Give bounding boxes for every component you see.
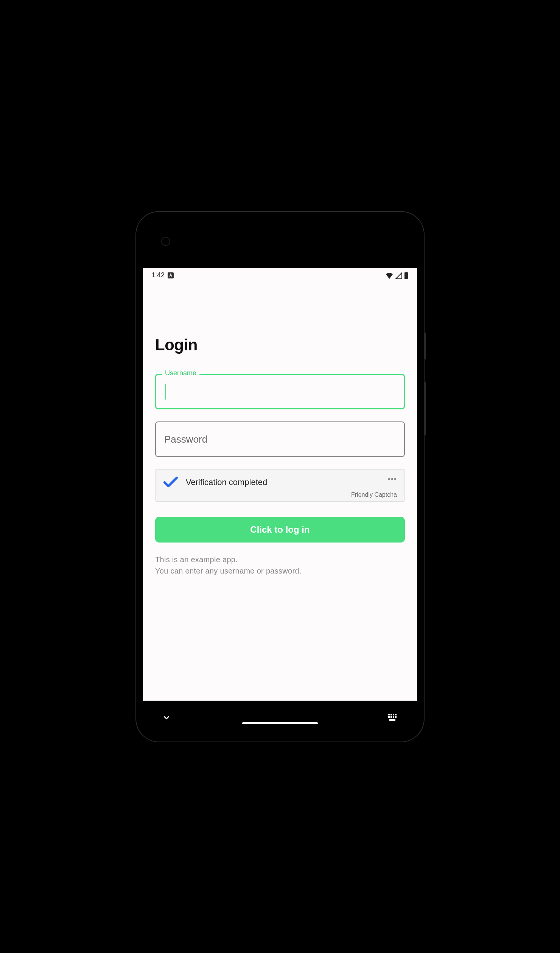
phone-frame: 1:42 A — [136, 212, 424, 742]
password-field-group: Password — [155, 421, 405, 457]
svg-rect-1 — [404, 272, 408, 279]
svg-rect-3 — [390, 714, 392, 715]
captcha-menu-icon[interactable]: ••• — [388, 475, 397, 483]
login-button[interactable]: Click to log in — [155, 517, 405, 543]
app-screen: 1:42 A — [143, 268, 417, 701]
hint-line-1: This is an example app. — [155, 554, 405, 565]
status-bar-left: 1:42 A — [151, 271, 174, 279]
svg-rect-5 — [395, 714, 397, 715]
status-bar-right — [385, 272, 409, 279]
svg-rect-2 — [388, 714, 390, 715]
page-title: Login — [155, 336, 405, 354]
nav-back-icon[interactable] — [162, 713, 171, 722]
phone-side-button — [424, 333, 426, 359]
svg-rect-9 — [395, 716, 397, 718]
wifi-icon — [385, 272, 394, 279]
hint-line-2: You can enter any username or password. — [155, 565, 405, 577]
svg-rect-4 — [393, 714, 394, 715]
navigation-bar — [143, 701, 417, 735]
username-input[interactable] — [155, 374, 405, 409]
svg-rect-0 — [406, 272, 407, 272]
status-time: 1:42 — [151, 271, 165, 279]
hint-text: This is an example app. You can enter an… — [155, 554, 405, 577]
svg-rect-10 — [389, 719, 395, 721]
svg-rect-8 — [393, 716, 394, 718]
keyboard-icon[interactable] — [388, 714, 398, 721]
captcha-status-row: Verification completed — [163, 476, 397, 488]
captcha-brand: Friendly Captcha — [163, 491, 397, 498]
password-input[interactable] — [155, 421, 405, 457]
phone-screen: 1:42 A — [143, 219, 417, 735]
captcha-widget: ••• Verification completed Friendly Capt… — [155, 469, 405, 502]
camera-hole — [161, 237, 170, 246]
svg-rect-6 — [388, 716, 390, 718]
text-cursor — [165, 384, 166, 400]
username-field-group: Username — [155, 374, 405, 409]
cellular-signal-icon — [395, 272, 403, 279]
username-label: Username — [162, 369, 199, 377]
svg-rect-7 — [390, 716, 392, 718]
login-form: Login Username Password ••• — [143, 283, 417, 577]
phone-side-button — [424, 382, 426, 435]
battery-icon — [404, 272, 409, 279]
status-bar: 1:42 A — [143, 268, 417, 283]
checkmark-icon — [163, 476, 178, 488]
language-badge-icon: A — [168, 272, 174, 278]
captcha-status-text: Verification completed — [186, 477, 267, 487]
nav-home-bar[interactable] — [242, 722, 318, 724]
